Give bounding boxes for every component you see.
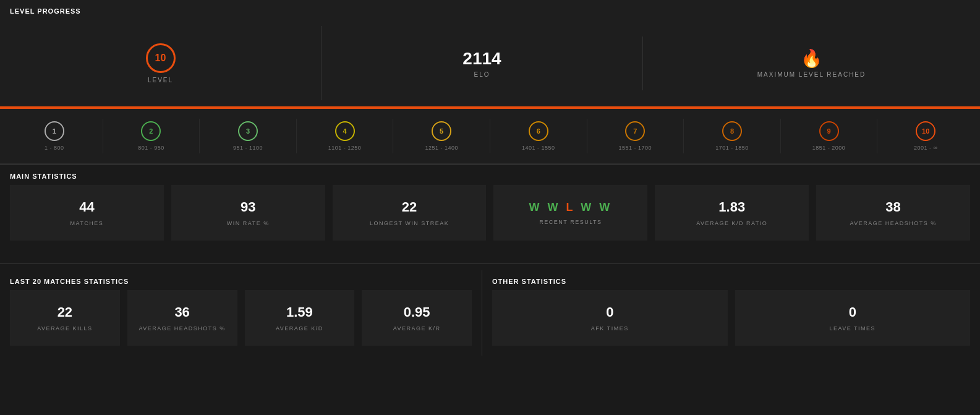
result-w-1: W	[548, 201, 561, 213]
result-w-4: W	[599, 201, 612, 213]
tier-circle: 10	[916, 121, 935, 141]
stat-label: AVERAGE KILLS	[37, 325, 92, 332]
last20-stat-card: 22 AVERAGE KILLS	[10, 290, 120, 346]
tier-circle: 1	[45, 121, 64, 141]
stat-label: AVERAGE HEADSHOTS %	[138, 325, 225, 332]
stat-card: 44 MATCHES	[10, 185, 164, 241]
level-circle: 10	[146, 43, 176, 73]
stat-label: RECENT RESULTS	[539, 219, 602, 225]
stat-label: AVERAGE K/R	[393, 325, 441, 332]
elo-label: ELO	[474, 71, 490, 78]
tier-range: 1851 - 2000	[812, 145, 846, 151]
last20-section: LAST 20 MATCHES STATISTICS 22 AVERAGE KI…	[0, 270, 482, 356]
stat-value: 1.59	[286, 304, 313, 320]
elo-value: 2114	[462, 49, 501, 69]
stat-label: LEAVE TIMES	[829, 325, 876, 332]
tier-circle: 3	[238, 121, 258, 141]
other-stats-title: OTHER STATISTICS	[482, 270, 980, 290]
level-progress-title: LEVEL PROGRESS	[0, 0, 980, 20]
main-statistics-title: MAIN STATISTICS	[0, 165, 980, 185]
tier-range: 1101 - 1250	[328, 145, 362, 151]
other-stat-card: 0 AFK TIMES	[492, 290, 728, 346]
level-value: 10	[155, 53, 166, 64]
stat-card: 1.83 AVERAGE K/D RATIO	[655, 185, 809, 241]
other-stat-card: 0 LEAVE TIMES	[735, 290, 971, 346]
tier-range: 801 - 950	[138, 145, 164, 151]
tier-range: 1401 - 1550	[522, 145, 555, 151]
tier-circle: 2	[141, 121, 161, 141]
other-stats-section: OTHER STATISTICS 0 AFK TIMES 0 LEAVE TIM…	[482, 270, 980, 356]
result-w-3: W	[581, 201, 594, 213]
level-box: 10 LEVEL	[0, 26, 322, 100]
tier-range: 1 - 800	[45, 145, 64, 151]
elo-box: 2114 ELO	[322, 36, 643, 90]
level-progress-section: LEVEL PROGRESS 10 LEVEL 2114 ELO 🔥 MAXIM…	[0, 0, 980, 165]
flame-icon: 🔥	[801, 48, 822, 69]
tier-circle: 9	[819, 121, 839, 141]
tier-item: 4 1101 - 1250	[297, 119, 394, 153]
max-level-box: 🔥 MAXIMUM LEVEL REACHED	[643, 36, 980, 90]
stat-value: 93	[241, 199, 255, 215]
other-stats-grid: 0 AFK TIMES 0 LEAVE TIMES	[482, 290, 980, 356]
tier-circle: 6	[529, 121, 548, 141]
stat-value: 0.95	[404, 304, 430, 320]
level-progress-top: 10 LEVEL 2114 ELO 🔥 MAXIMUM LEVEL REACHE…	[0, 20, 980, 106]
tier-item: 1 1 - 800	[6, 119, 103, 153]
main-statistics-section: MAIN STATISTICS 44 MATCHES 93 WIN RATE %…	[0, 165, 980, 264]
stat-card: 93 WIN RATE %	[171, 185, 325, 241]
last20-title: LAST 20 MATCHES STATISTICS	[0, 270, 482, 290]
tier-item: 2 801 - 950	[103, 119, 200, 153]
stat-label: MATCHES	[70, 220, 103, 226]
tier-range: 1701 - 1850	[715, 145, 749, 151]
tier-item: 9 1851 - 2000	[781, 119, 878, 153]
tier-range: 1551 - 1700	[619, 145, 652, 151]
tier-range: 2001 - ∞	[914, 145, 937, 151]
last20-stat-card: 1.59 AVERAGE K/D	[245, 290, 355, 346]
stat-value: 0	[606, 304, 613, 320]
recent-results-value: W W L W W	[529, 201, 613, 214]
stat-label: AFK TIMES	[591, 325, 629, 332]
tier-circle: 7	[625, 121, 645, 141]
tier-item: 5 1251 - 1400	[393, 119, 490, 153]
bottom-section: LAST 20 MATCHES STATISTICS 22 AVERAGE KI…	[0, 264, 980, 356]
stat-card: W W L W WRECENT RESULTS	[493, 185, 647, 241]
tier-item: 7 1551 - 1700	[587, 119, 684, 153]
stat-card: 22 LONGEST WIN STREAK	[333, 185, 487, 241]
result-l-2: L	[566, 201, 576, 213]
level-label: LEVEL	[148, 77, 173, 83]
stat-label: AVERAGE K/D	[276, 325, 323, 332]
last20-stats-grid: 22 AVERAGE KILLS 36 AVERAGE HEADSHOTS % …	[0, 290, 482, 356]
stat-value: 38	[885, 199, 900, 215]
tier-item: 6 1401 - 1550	[490, 119, 587, 153]
stat-value: 22	[58, 304, 72, 320]
tier-range: 1251 - 1400	[425, 145, 458, 151]
tier-item: 10 2001 - ∞	[877, 119, 974, 153]
level-tiers: 1 1 - 800 2 801 - 950 3 951 - 1100 4 110…	[0, 109, 980, 165]
tier-range: 951 - 1100	[233, 145, 263, 151]
stat-label: LONGEST WIN STREAK	[370, 220, 449, 226]
tier-circle: 4	[335, 121, 355, 141]
last20-stat-card: 36 AVERAGE HEADSHOTS %	[127, 290, 237, 346]
stat-value: 36	[174, 304, 189, 320]
main-stats-grid: 44 MATCHES 93 WIN RATE % 22 LONGEST WIN …	[0, 185, 980, 250]
stat-label: AVERAGE K/D RATIO	[696, 220, 767, 226]
stat-card: 38 AVERAGE HEADSHOTS %	[816, 185, 970, 241]
last20-stat-card: 0.95 AVERAGE K/R	[362, 290, 472, 346]
result-w-0: W	[529, 201, 542, 213]
stat-value: 44	[79, 199, 94, 215]
tier-item: 8 1701 - 1850	[684, 119, 781, 153]
stat-value: 22	[402, 199, 417, 215]
tier-circle: 5	[432, 121, 451, 141]
stat-label: AVERAGE HEADSHOTS %	[850, 220, 936, 226]
stat-value: 1.83	[718, 199, 745, 215]
stat-label: WIN RATE %	[227, 220, 270, 226]
tier-circle: 8	[722, 121, 742, 141]
stat-value: 0	[849, 304, 856, 320]
max-level-label: MAXIMUM LEVEL REACHED	[757, 71, 866, 78]
tier-item: 3 951 - 1100	[200, 119, 297, 153]
